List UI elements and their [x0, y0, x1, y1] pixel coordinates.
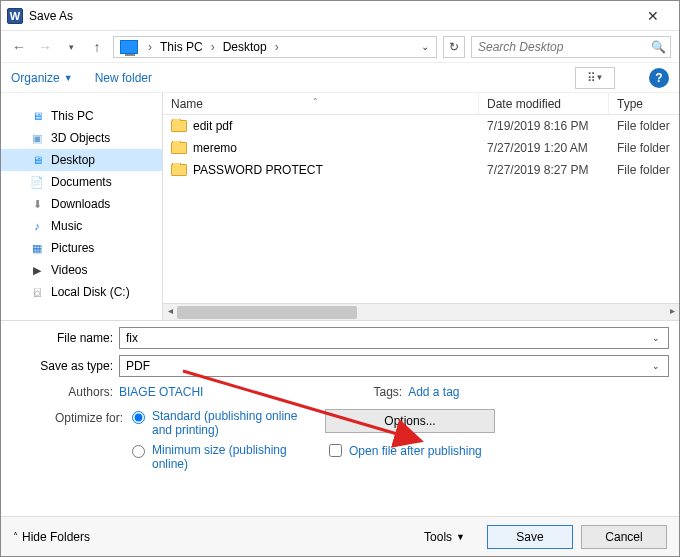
breadcrumb-this-pc[interactable]: This PC — [158, 40, 205, 54]
file-list: Name ˄ Date modified Type edit pdf 7/19/… — [163, 93, 679, 320]
table-row[interactable]: PASSWORD PROTECT 7/27/2019 8:27 PM File … — [163, 159, 679, 181]
file-type: File folder — [609, 163, 679, 177]
radio-input[interactable] — [132, 445, 145, 458]
view-options-button[interactable]: ⠿ ▼ — [575, 67, 615, 89]
horizontal-scrollbar[interactable]: ◂ ▸ — [163, 303, 679, 320]
table-row[interactable]: edit pdf 7/19/2019 8:16 PM File folder — [163, 115, 679, 137]
help-button[interactable]: ? — [649, 68, 669, 88]
hide-folders-label: Hide Folders — [22, 530, 90, 544]
column-date[interactable]: Date modified — [479, 93, 609, 114]
tree-3d-objects[interactable]: ▣ 3D Objects — [1, 127, 162, 149]
save-form: File name: ⌄ Save as type: PDF ⌄ Authors… — [1, 321, 679, 477]
tree-this-pc[interactable]: 🖥 This PC — [1, 105, 162, 127]
sort-asc-icon: ˄ — [313, 97, 318, 107]
download-icon: ⬇ — [29, 198, 45, 211]
open-after-checkbox[interactable]: Open file after publishing — [325, 441, 669, 460]
caret-down-icon[interactable]: ⌄ — [648, 361, 664, 371]
tree-label: 3D Objects — [51, 131, 110, 145]
picture-icon: ▦ — [29, 242, 45, 255]
authors-value[interactable]: BIAGE OTACHI — [119, 385, 203, 399]
new-folder-label: New folder — [95, 71, 152, 85]
table-row[interactable]: meremo 7/27/2019 1:20 AM File folder — [163, 137, 679, 159]
tree-label: This PC — [51, 109, 94, 123]
file-date: 7/27/2019 1:20 AM — [479, 141, 609, 155]
scroll-thumb[interactable] — [177, 306, 357, 319]
tree-desktop[interactable]: 🖥 Desktop — [1, 149, 162, 171]
caret-down-icon: ▼ — [64, 73, 73, 83]
file-date: 7/27/2019 8:27 PM — [479, 163, 609, 177]
video-icon: ▶ — [29, 264, 45, 277]
saveastype-label: Save as type: — [11, 359, 119, 373]
save-button[interactable]: Save — [487, 525, 573, 549]
forward-button[interactable]: → — [35, 37, 55, 57]
cancel-label: Cancel — [605, 530, 642, 544]
tools-menu[interactable]: Tools ▼ — [424, 530, 465, 544]
tree-documents[interactable]: 📄 Documents — [1, 171, 162, 193]
file-name: PASSWORD PROTECT — [193, 163, 323, 177]
chevron-right-icon[interactable]: › — [273, 40, 281, 54]
radio-input[interactable] — [132, 411, 145, 424]
breadcrumb-bar[interactable]: › This PC › Desktop › ⌄ — [113, 36, 437, 58]
file-type: File folder — [609, 141, 679, 155]
saveastype-dropdown[interactable]: PDF ⌄ — [119, 355, 669, 377]
navigation-tree[interactable]: 🖥 This PC ▣ 3D Objects 🖥 Desktop 📄 Docum… — [1, 93, 163, 320]
optimize-standard-radio[interactable]: Standard (publishing online and printing… — [127, 409, 317, 437]
saveastype-value: PDF — [124, 359, 648, 373]
window-title: Save As — [29, 9, 633, 23]
search-input[interactable] — [476, 39, 651, 55]
filename-input[interactable] — [124, 330, 648, 346]
breadcrumb-dropdown-caret[interactable]: ⌄ — [418, 41, 432, 52]
tree-label: Documents — [51, 175, 112, 189]
optimize-label: Optimize for: — [11, 409, 127, 425]
tree-label: Pictures — [51, 241, 94, 255]
new-folder-button[interactable]: New folder — [95, 71, 152, 85]
scroll-left-icon[interactable]: ◂ — [163, 305, 177, 316]
dialog-footer: ˄ Hide Folders Tools ▼ Save Cancel — [1, 516, 679, 556]
scroll-right-icon[interactable]: ▸ — [665, 305, 679, 316]
up-button[interactable]: ↑ — [87, 37, 107, 57]
save-label: Save — [516, 530, 543, 544]
tags-value[interactable]: Add a tag — [408, 385, 459, 399]
title-bar: W Save As ✕ — [1, 1, 679, 31]
tree-pictures[interactable]: ▦ Pictures — [1, 237, 162, 259]
caret-down-icon[interactable]: ⌄ — [648, 333, 664, 343]
column-type[interactable]: Type — [609, 93, 679, 114]
search-icon[interactable]: 🔍 — [651, 40, 666, 54]
tree-label: Music — [51, 219, 82, 233]
file-date: 7/19/2019 8:16 PM — [479, 119, 609, 133]
close-button[interactable]: ✕ — [633, 2, 673, 30]
column-name[interactable]: Name — [163, 93, 479, 114]
cancel-button[interactable]: Cancel — [581, 525, 667, 549]
checkbox-input[interactable] — [329, 444, 342, 457]
refresh-button[interactable]: ↻ — [443, 36, 465, 58]
back-button[interactable]: ← — [9, 37, 29, 57]
tags-label: Tags: — [373, 385, 402, 399]
tree-videos[interactable]: ▶ Videos — [1, 259, 162, 281]
tree-label: Videos — [51, 263, 87, 277]
chevron-right-icon[interactable]: › — [209, 40, 217, 54]
folder-icon — [171, 120, 187, 132]
tree-downloads[interactable]: ⬇ Downloads — [1, 193, 162, 215]
search-box[interactable]: 🔍 — [471, 36, 671, 58]
open-after-label: Open file after publishing — [349, 444, 482, 458]
chevron-right-icon[interactable]: › — [146, 40, 154, 54]
radio-label: Minimum size (publishing online) — [152, 443, 317, 471]
options-button[interactable]: Options... — [325, 409, 495, 433]
optimize-minimum-radio[interactable]: Minimum size (publishing online) — [127, 443, 317, 471]
recent-locations-caret[interactable]: ▾ — [61, 37, 81, 57]
breadcrumb-desktop[interactable]: Desktop — [221, 40, 269, 54]
cube-icon: ▣ — [29, 132, 45, 145]
column-headers: Name ˄ Date modified Type — [163, 93, 679, 115]
tree-local-disk[interactable]: ⌼ Local Disk (C:) — [1, 281, 162, 303]
organize-menu[interactable]: Organize ▼ — [11, 71, 73, 85]
monitor-icon: 🖥 — [29, 110, 45, 122]
tree-music[interactable]: ♪ Music — [1, 215, 162, 237]
tree-label: Local Disk (C:) — [51, 285, 130, 299]
organize-label: Organize — [11, 71, 60, 85]
nav-bar: ← → ▾ ↑ › This PC › Desktop › ⌄ ↻ 🔍 — [1, 31, 679, 63]
document-icon: 📄 — [29, 176, 45, 189]
caret-down-icon: ▼ — [596, 73, 604, 82]
filename-field[interactable]: ⌄ — [119, 327, 669, 349]
file-rows[interactable]: edit pdf 7/19/2019 8:16 PM File folder m… — [163, 115, 679, 303]
hide-folders-toggle[interactable]: ˄ Hide Folders — [13, 530, 90, 544]
